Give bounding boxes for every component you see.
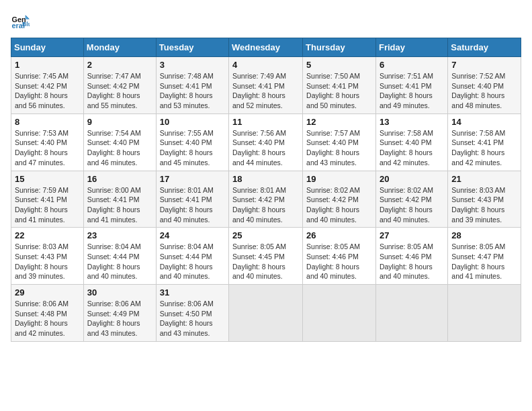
day-number: 16 (87, 174, 152, 184)
calendar-cell (303, 285, 376, 342)
day-info: Sunrise: 7:50 AMSunset: 4:41 PMDaylight:… (306, 72, 360, 109)
day-info: Sunrise: 7:58 AMSunset: 4:41 PMDaylight:… (451, 129, 505, 167)
calendar-cell: 5 Sunrise: 7:50 AMSunset: 4:41 PMDayligh… (303, 57, 376, 114)
week-row-2: 8 Sunrise: 7:53 AMSunset: 4:40 PMDayligh… (11, 113, 521, 171)
calendar-cell: 31 Sunrise: 8:06 AMSunset: 4:50 PMDaylig… (156, 285, 228, 342)
day-info: Sunrise: 8:04 AMSunset: 4:44 PMDaylight:… (87, 242, 141, 280)
calendar-cell: 23 Sunrise: 8:04 AMSunset: 4:44 PMDaylig… (83, 228, 156, 285)
day-info: Sunrise: 7:58 AMSunset: 4:40 PMDaylight:… (380, 129, 433, 167)
day-info: Sunrise: 7:56 AMSunset: 4:40 PMDaylight:… (232, 129, 286, 167)
day-number: 10 (160, 117, 225, 127)
header-thursday: Thursday (303, 38, 376, 57)
day-info: Sunrise: 7:52 AMSunset: 4:40 PMDaylight:… (451, 72, 505, 109)
day-info: Sunrise: 8:06 AMSunset: 4:50 PMDaylight:… (160, 300, 214, 337)
day-info: Sunrise: 7:53 AMSunset: 4:40 PMDaylight:… (15, 129, 69, 167)
day-info: Sunrise: 8:01 AMSunset: 4:41 PMDaylight:… (160, 186, 214, 224)
day-info: Sunrise: 8:06 AMSunset: 4:49 PMDaylight:… (87, 300, 141, 337)
calendar-cell: 6 Sunrise: 7:51 AMSunset: 4:41 PMDayligh… (375, 57, 447, 114)
day-number: 12 (306, 117, 372, 127)
day-info: Sunrise: 8:06 AMSunset: 4:48 PMDaylight:… (15, 300, 69, 337)
calendar-cell: 25 Sunrise: 8:05 AMSunset: 4:45 PMDaylig… (229, 228, 303, 285)
day-number: 1 (15, 60, 80, 70)
calendar-cell: 19 Sunrise: 8:02 AMSunset: 4:42 PMDaylig… (303, 171, 376, 228)
week-row-4: 22 Sunrise: 8:03 AMSunset: 4:43 PMDaylig… (11, 228, 521, 285)
header-tuesday: Tuesday (156, 38, 228, 57)
calendar-cell: 4 Sunrise: 7:49 AMSunset: 4:41 PMDayligh… (229, 57, 303, 114)
calendar-cell: 26 Sunrise: 8:05 AMSunset: 4:46 PMDaylig… (303, 228, 376, 285)
calendar-header-row: SundayMondayTuesdayWednesdayThursdayFrid… (11, 38, 521, 57)
calendar-table: SundayMondayTuesdayWednesdayThursdayFrid… (11, 38, 521, 342)
week-row-1: 1 Sunrise: 7:45 AMSunset: 4:42 PMDayligh… (11, 57, 521, 114)
calendar-cell: 9 Sunrise: 7:54 AMSunset: 4:40 PMDayligh… (83, 113, 156, 171)
day-number: 2 (87, 60, 152, 70)
calendar-cell: 17 Sunrise: 8:01 AMSunset: 4:41 PMDaylig… (156, 171, 228, 228)
day-info: Sunrise: 7:55 AMSunset: 4:40 PMDaylight:… (160, 129, 214, 167)
day-number: 26 (306, 230, 372, 240)
calendar-cell: 1 Sunrise: 7:45 AMSunset: 4:42 PMDayligh… (11, 57, 84, 114)
day-number: 3 (160, 60, 225, 70)
calendar-cell: 2 Sunrise: 7:47 AMSunset: 4:42 PMDayligh… (83, 57, 156, 114)
calendar-cell: 15 Sunrise: 7:59 AMSunset: 4:41 PMDaylig… (11, 171, 84, 228)
calendar-cell: 7 Sunrise: 7:52 AMSunset: 4:40 PMDayligh… (448, 57, 521, 114)
day-number: 17 (160, 174, 225, 184)
header-wednesday: Wednesday (229, 38, 303, 57)
day-number: 15 (15, 174, 80, 184)
day-number: 18 (232, 174, 299, 184)
day-number: 8 (15, 117, 80, 127)
logo-icon: Gen eral Blue (11, 11, 30, 30)
week-row-3: 15 Sunrise: 7:59 AMSunset: 4:41 PMDaylig… (11, 171, 521, 228)
header-sunday: Sunday (11, 38, 84, 57)
day-info: Sunrise: 8:02 AMSunset: 4:42 PMDaylight:… (306, 186, 360, 224)
week-row-5: 29 Sunrise: 8:06 AMSunset: 4:48 PMDaylig… (11, 285, 521, 342)
day-info: Sunrise: 8:05 AMSunset: 4:45 PMDaylight:… (232, 242, 286, 280)
calendar-cell: 30 Sunrise: 8:06 AMSunset: 4:49 PMDaylig… (83, 285, 156, 342)
day-number: 4 (232, 60, 299, 70)
calendar-cell: 12 Sunrise: 7:57 AMSunset: 4:40 PMDaylig… (303, 113, 376, 171)
day-info: Sunrise: 7:54 AMSunset: 4:40 PMDaylight:… (87, 129, 141, 167)
day-info: Sunrise: 7:51 AMSunset: 4:41 PMDaylight:… (380, 72, 433, 109)
day-number: 27 (380, 230, 444, 240)
day-info: Sunrise: 8:02 AMSunset: 4:42 PMDaylight:… (380, 186, 433, 224)
day-number: 6 (380, 60, 444, 70)
calendar-cell: 14 Sunrise: 7:58 AMSunset: 4:41 PMDaylig… (448, 113, 521, 171)
calendar-cell: 24 Sunrise: 8:04 AMSunset: 4:44 PMDaylig… (156, 228, 228, 285)
day-number: 20 (380, 174, 444, 184)
day-info: Sunrise: 7:47 AMSunset: 4:42 PMDaylight:… (87, 72, 141, 109)
header-monday: Monday (83, 38, 156, 57)
day-info: Sunrise: 8:03 AMSunset: 4:43 PMDaylight:… (15, 242, 69, 280)
day-info: Sunrise: 7:48 AMSunset: 4:41 PMDaylight:… (160, 72, 214, 109)
header-friday: Friday (375, 38, 447, 57)
calendar-cell: 22 Sunrise: 8:03 AMSunset: 4:43 PMDaylig… (11, 228, 84, 285)
day-info: Sunrise: 7:59 AMSunset: 4:41 PMDaylight:… (15, 186, 69, 224)
day-number: 25 (232, 230, 299, 240)
day-number: 30 (87, 287, 152, 298)
day-number: 9 (87, 117, 152, 127)
calendar-cell: 20 Sunrise: 8:02 AMSunset: 4:42 PMDaylig… (375, 171, 447, 228)
day-info: Sunrise: 8:05 AMSunset: 4:46 PMDaylight:… (306, 242, 360, 280)
day-number: 22 (15, 230, 80, 240)
day-info: Sunrise: 8:05 AMSunset: 4:46 PMDaylight:… (380, 242, 433, 280)
day-number: 23 (87, 230, 152, 240)
calendar-cell: 28 Sunrise: 8:05 AMSunset: 4:47 PMDaylig… (448, 228, 521, 285)
day-number: 28 (451, 230, 517, 240)
calendar-cell: 8 Sunrise: 7:53 AMSunset: 4:40 PMDayligh… (11, 113, 84, 171)
svg-text:Blue: Blue (22, 21, 30, 28)
calendar-cell: 16 Sunrise: 8:00 AMSunset: 4:41 PMDaylig… (83, 171, 156, 228)
day-info: Sunrise: 7:45 AMSunset: 4:42 PMDaylight:… (15, 72, 69, 109)
day-number: 19 (306, 174, 372, 184)
day-info: Sunrise: 8:03 AMSunset: 4:43 PMDaylight:… (451, 186, 505, 224)
day-number: 21 (451, 174, 517, 184)
logo: Gen eral Blue (11, 11, 32, 30)
calendar-cell: 21 Sunrise: 8:03 AMSunset: 4:43 PMDaylig… (448, 171, 521, 228)
day-info: Sunrise: 7:57 AMSunset: 4:40 PMDaylight:… (306, 129, 360, 167)
calendar-cell: 18 Sunrise: 8:01 AMSunset: 4:42 PMDaylig… (229, 171, 303, 228)
page-header: Gen eral Blue (11, 11, 521, 30)
day-info: Sunrise: 8:04 AMSunset: 4:44 PMDaylight:… (160, 242, 214, 280)
day-info: Sunrise: 8:01 AMSunset: 4:42 PMDaylight:… (232, 186, 286, 224)
day-number: 13 (380, 117, 444, 127)
calendar-cell: 29 Sunrise: 8:06 AMSunset: 4:48 PMDaylig… (11, 285, 84, 342)
calendar-cell: 3 Sunrise: 7:48 AMSunset: 4:41 PMDayligh… (156, 57, 228, 114)
day-info: Sunrise: 7:49 AMSunset: 4:41 PMDaylight:… (232, 72, 286, 109)
calendar-cell: 13 Sunrise: 7:58 AMSunset: 4:40 PMDaylig… (375, 113, 447, 171)
day-info: Sunrise: 8:05 AMSunset: 4:47 PMDaylight:… (451, 242, 505, 280)
